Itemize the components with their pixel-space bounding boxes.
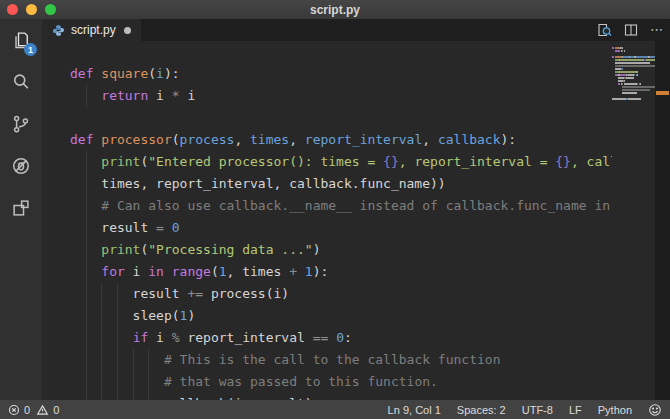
language-mode[interactable]: Python [598,404,632,416]
error-count: 0 [24,404,30,416]
sidebar-item-search[interactable] [0,61,42,103]
sidebar-item-source-control[interactable] [0,103,42,145]
code-line: result = 0 [70,217,618,239]
search-icon [11,72,31,92]
warning-indicator[interactable]: 0 [36,404,59,416]
modified-dot-icon [124,27,131,34]
code-line: # Can also use callback.__name__ instead… [70,195,618,217]
code-line: def square(i): [70,63,618,85]
tab-script-py[interactable]: script.py [42,19,141,41]
code-line: callback(i, result) [70,393,618,400]
window-title: script.py [0,3,670,17]
code-line [70,107,618,129]
more-actions-icon[interactable]: ⋯ [650,19,664,41]
code-line: result += process(i) [70,283,618,305]
python-file-icon [52,24,65,37]
sidebar-item-debug[interactable] [0,145,42,187]
split-editor-icon[interactable] [623,22,639,38]
activity-bar: 1 [0,19,42,400]
overview-ruler[interactable] [655,41,670,400]
code-line: # that was passed to this function. [70,371,618,393]
code-line: print("Processing data ...") [70,239,618,261]
code-line: sleep(1) [70,305,618,327]
code-lines: def square(i): return i * idef processor… [70,41,618,400]
sidebar-item-explorer[interactable]: 1 [0,19,42,61]
warning-icon [36,404,49,416]
error-indicator[interactable]: 0 [8,404,30,416]
editor-actions: ⋯ [596,19,664,41]
eol-sequence[interactable]: LF [569,404,582,416]
code-line: def processor(process, times, report_int… [70,129,618,151]
title-bar: script.py [0,0,670,19]
code-line: times, report_interval, callback.func_na… [70,173,618,195]
code-line: if i % report_interval == 0: [70,327,618,349]
sidebar-item-extensions[interactable] [0,187,42,229]
tab-label: script.py [71,23,116,37]
editor-pane[interactable]: def square(i): return i * idef processor… [42,41,670,400]
encoding[interactable]: UTF-8 [522,404,553,416]
warning-count: 0 [53,404,59,416]
code-line: # This is the call to the callback funct… [70,349,618,371]
code-line: print("Entered processor(): times = {}, … [70,151,618,173]
cursor-position[interactable]: Ln 9, Col 1 [388,404,441,416]
code-line [70,41,618,63]
tab-bar: script.py ⋯ [42,19,670,41]
debug-icon [11,156,31,176]
indentation-setting[interactable]: Spaces: 2 [457,404,506,416]
open-preview-icon[interactable] [596,22,612,38]
extensions-icon [11,198,31,218]
source-control-icon [11,114,31,134]
minimap[interactable] [612,41,655,400]
modified-line-marker [656,91,669,95]
feedback-smiley-icon[interactable] [648,403,662,417]
code-line: for i in range(1, times + 1): [70,261,618,283]
vscode-window: script.py 1 [0,0,670,419]
error-icon [8,404,20,416]
status-bar: 0 0 Ln 9, Col 1 Spaces: 2 UTF-8 LF Pytho… [0,400,670,419]
explorer-badge: 1 [24,43,37,56]
code-line: return i * i [70,85,618,107]
